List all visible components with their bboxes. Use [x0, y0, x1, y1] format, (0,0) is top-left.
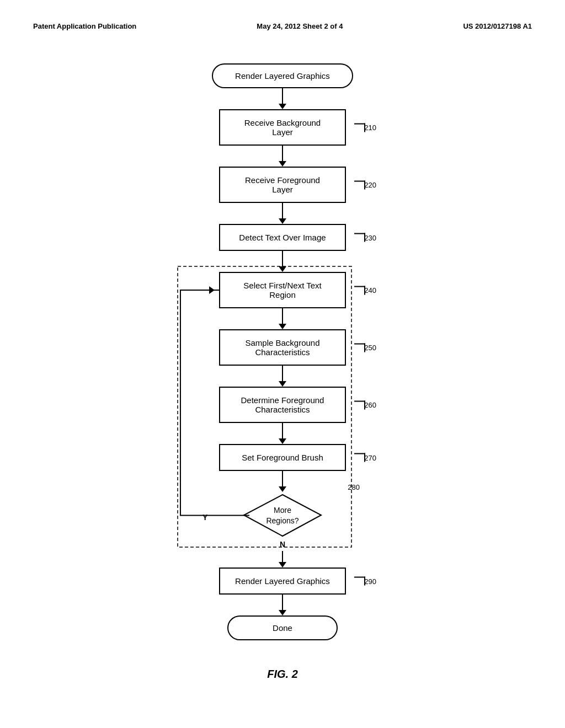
- ref-270: 270: [364, 453, 376, 462]
- arrow-3: [279, 218, 286, 224]
- node-230: Detect Text Over Image: [219, 224, 346, 251]
- node-250-line2: Characteristics: [255, 347, 310, 357]
- node-220-wrapper: Receive Foreground Layer 220: [219, 167, 346, 203]
- node-250-line1: Sample Background: [245, 338, 319, 347]
- arrow-5: [279, 324, 286, 329]
- connector-10: [282, 595, 283, 610]
- label-y: Y: [202, 513, 207, 522]
- flowchart-diagram: Render Layered Graphics Receive Backgrou…: [33, 63, 532, 640]
- ref-230: 230: [364, 233, 376, 242]
- node-220-line2: Layer: [272, 185, 293, 194]
- node-290-label: Render Layered Graphics: [235, 576, 330, 586]
- ref-290: 290: [364, 577, 376, 585]
- node-260-wrapper: Determine Foreground Characteristics 260: [219, 387, 346, 423]
- ref-260: 260: [364, 401, 376, 409]
- svg-text:More: More: [274, 506, 291, 515]
- ref-240: 240: [364, 286, 376, 295]
- node-230-label: Detect Text Over Image: [239, 233, 326, 242]
- node-260-line1: Determine Foreground: [241, 395, 324, 405]
- connector-1: [282, 88, 283, 104]
- arrow-6: [279, 381, 286, 387]
- node-210-wrapper: Receive Background Layer 210: [219, 109, 346, 146]
- node-220: Receive Foreground Layer: [219, 167, 346, 203]
- node-210-line1: Receive Background: [244, 118, 321, 127]
- arrow-8: [279, 486, 286, 492]
- node-240-line1: Select First/Next Text: [243, 281, 321, 290]
- node-210: Receive Background Layer: [219, 109, 346, 146]
- header-publication: Patent Application Publication: [33, 22, 136, 30]
- node-250: Sample Background Characteristics: [219, 329, 346, 366]
- connector-8: [282, 471, 283, 486]
- node-250-wrapper: Sample Background Characteristics 250: [219, 329, 346, 366]
- header-date-sheet: May 24, 2012 Sheet 2 of 4: [257, 22, 343, 30]
- arrow-7: [279, 438, 286, 444]
- node-270-label: Set Foreground Brush: [242, 453, 323, 462]
- node-290-wrapper: Render Layered Graphics 290: [219, 568, 346, 595]
- connector-5: [282, 308, 283, 324]
- svg-marker-0: [244, 495, 321, 536]
- connector-4: [282, 251, 283, 266]
- arrow-9: [279, 562, 286, 568]
- start-terminal: Render Layered Graphics: [212, 63, 353, 88]
- connector-3: [282, 203, 283, 218]
- node-240: Select First/Next Text Region: [219, 272, 346, 308]
- start-node: Render Layered Graphics: [212, 63, 353, 88]
- node-270: Set Foreground Brush: [219, 444, 346, 471]
- ref-220: 220: [364, 181, 376, 189]
- end-terminal-wrapper: Done: [227, 615, 338, 640]
- diamond-svg: More Regions?: [238, 492, 327, 539]
- figure-label: FIG. 2: [33, 668, 532, 681]
- node-280-area: 280 More Regions? Y: [238, 492, 327, 539]
- node-210-line2: Layer: [272, 127, 293, 137]
- node-230-wrapper: Detect Text Over Image 230: [219, 224, 346, 251]
- page: Patent Application Publication May 24, 2…: [0, 0, 565, 728]
- ref-210: 210: [364, 124, 376, 132]
- node-220-line1: Receive Foreground: [245, 175, 320, 185]
- node-290: Render Layered Graphics: [219, 568, 346, 595]
- arrow-2: [279, 161, 286, 167]
- page-header: Patent Application Publication May 24, 2…: [33, 22, 532, 30]
- header-patent-number: US 2012/0127198 A1: [463, 22, 532, 30]
- arrow-10: [279, 610, 286, 615]
- svg-text:Regions?: Regions?: [266, 516, 299, 525]
- connector-7: [282, 423, 283, 438]
- connector-9: [282, 551, 283, 562]
- arrow-4: [279, 266, 286, 272]
- ref-280-label: 280: [348, 483, 360, 491]
- node-270-wrapper: Set Foreground Brush 270: [219, 444, 346, 471]
- node-260-line2: Characteristics: [255, 405, 310, 414]
- connector-2: [282, 146, 283, 161]
- node-240-wrapper: Select First/Next Text Region 240: [219, 272, 346, 308]
- label-n: N: [280, 540, 285, 549]
- arrow-1: [279, 104, 286, 109]
- loop-arrow-head: [209, 286, 215, 294]
- ref-250: 250: [364, 344, 376, 352]
- end-node: Done: [227, 615, 338, 640]
- node-240-line2: Region: [269, 290, 296, 299]
- node-260: Determine Foreground Characteristics: [219, 387, 346, 423]
- n-branch: N: [279, 539, 286, 568]
- connector-6: [282, 366, 283, 381]
